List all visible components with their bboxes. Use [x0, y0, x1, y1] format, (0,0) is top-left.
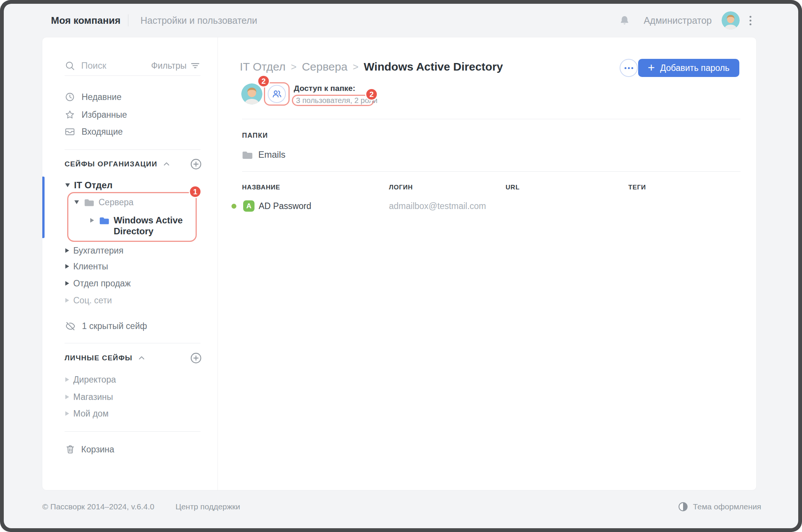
- hidden-vaults-item[interactable]: 1 скрытый сейф: [65, 318, 147, 334]
- add-personal-vault-button[interactable]: [190, 352, 202, 364]
- breadcrumb-folder[interactable]: Сервера: [302, 60, 347, 73]
- divider: [65, 149, 200, 150]
- bell-icon[interactable]: [619, 15, 630, 26]
- divider: [242, 119, 740, 119]
- sidebar-item-label: Избранные: [82, 110, 127, 120]
- folder-icon-active: [99, 215, 109, 226]
- vault-sales[interactable]: Отдел продаж: [65, 276, 131, 291]
- org-vaults-section-header[interactable]: СЕЙФЫ ОРГАНИЗАЦИИ: [65, 157, 171, 172]
- sidebar-item-favorites[interactable]: Избранные: [65, 107, 127, 122]
- vault-shops[interactable]: Магазины: [65, 389, 113, 404]
- header-left: Моя компания Настройки и пользователи: [51, 4, 257, 37]
- chevron-up-icon: [137, 354, 146, 363]
- vault-directors[interactable]: Директора: [65, 372, 116, 387]
- search-icon: [65, 60, 75, 71]
- theme-label: Тема оформления: [693, 502, 761, 511]
- add-password-button[interactable]: + Добавить пароль: [638, 59, 739, 77]
- password-login: admailbox@testmail.com: [389, 201, 486, 211]
- filters-label: Фильтры: [151, 61, 187, 71]
- window-frame: Моя компания Настройки и пользователи Ад…: [0, 0, 802, 532]
- inbox-icon: [65, 126, 75, 137]
- folder-icon: [83, 197, 94, 208]
- folder-windows-active-directory[interactable]: Windows Active Directory: [90, 215, 185, 237]
- support-link[interactable]: Центр поддержки: [176, 502, 240, 511]
- divider: [65, 75, 200, 76]
- caret-right-icon: [65, 281, 69, 286]
- folders-section-label: ПАПКИ: [242, 132, 268, 140]
- footer-left: © Пассворк 2014–2024, v.6.4.0 Центр подд…: [42, 501, 240, 512]
- search-input[interactable]: [81, 60, 153, 71]
- vault-label: Бухгалтерия: [73, 246, 123, 256]
- vault-clients[interactable]: Клиенты: [65, 259, 108, 274]
- caret-right-icon: [65, 377, 69, 382]
- user-avatar[interactable]: [722, 11, 740, 29]
- vault-my-home[interactable]: Мой дом: [65, 406, 108, 421]
- current-user-name[interactable]: Администратор: [644, 15, 712, 26]
- more-menu-icon[interactable]: [750, 16, 751, 25]
- vault-label: Директора: [73, 375, 116, 385]
- manage-access-button[interactable]: [268, 85, 286, 103]
- trash-item[interactable]: Корзина: [65, 442, 114, 457]
- section-title: СЕЙФЫ ОРГАНИЗАЦИИ: [65, 160, 157, 168]
- vault-accounting[interactable]: Бухгалтерия: [65, 243, 123, 258]
- access-label: Доступ к папке:: [294, 84, 355, 93]
- sidebar-item-label: Недавние: [82, 92, 122, 102]
- trash-icon: [65, 444, 76, 455]
- trash-label: Корзина: [81, 444, 114, 455]
- caret-right-icon: [65, 264, 69, 269]
- theme-switcher[interactable]: Тема оформления: [678, 501, 761, 512]
- settings-users-link[interactable]: Настройки и пользователи: [140, 15, 257, 26]
- folder-emails[interactable]: Emails: [241, 147, 285, 162]
- caret-right-icon: [65, 298, 69, 303]
- breadcrumb-vault[interactable]: IT Отдел: [240, 60, 285, 73]
- folder-servers[interactable]: Сервера: [74, 195, 134, 210]
- vault-label: Магазины: [73, 392, 113, 402]
- access-user-avatar[interactable]: [241, 83, 262, 105]
- annotation-box-roles: 3 пользователя, 2 роли: [292, 95, 374, 106]
- star-icon: [65, 109, 75, 120]
- chevron-up-icon: [162, 160, 171, 169]
- personal-vaults-section-header[interactable]: ЛИЧНЫЕ СЕЙФЫ: [65, 351, 146, 366]
- filter-icon: [190, 61, 200, 71]
- divider: [242, 171, 740, 172]
- plus-icon: +: [648, 62, 655, 74]
- status-dot: [231, 204, 236, 209]
- annotation-badge-1: 1: [189, 185, 202, 198]
- page-title: Windows Active Directory: [364, 60, 503, 73]
- column-header-tags: ТЕГИ: [628, 184, 646, 191]
- more-actions-button[interactable]: [620, 59, 638, 77]
- hidden-vaults-label: 1 скрытый сейф: [82, 321, 147, 331]
- vault-label: Отдел продаж: [73, 278, 131, 289]
- annotation-badge-roles: 2: [365, 88, 378, 101]
- breadcrumb-separator: >: [353, 61, 358, 73]
- app-page: Моя компания Настройки и пользователи Ад…: [4, 4, 798, 528]
- caret-right-icon: [65, 411, 69, 416]
- users-icon: [271, 89, 282, 99]
- password-name[interactable]: AD Password: [259, 201, 311, 211]
- sidebar-item-recent[interactable]: Недавние: [65, 89, 122, 105]
- filters-button[interactable]: Фильтры: [151, 58, 200, 73]
- copyright-text: © Пассворк 2014–2024, v.6.4.0: [42, 502, 154, 511]
- theme-icon: [678, 502, 688, 512]
- caret-down-icon: [65, 183, 70, 187]
- column-header-name: НАЗВАНИЕ: [242, 184, 280, 191]
- divider: [65, 431, 200, 432]
- access-value[interactable]: 3 пользователя, 2 роли: [296, 96, 378, 105]
- caret-down-icon: [74, 200, 79, 204]
- vault-label: Мой дом: [73, 409, 108, 419]
- header-right: Администратор: [619, 4, 751, 37]
- breadcrumb-separator: >: [291, 61, 296, 73]
- vault-it-department[interactable]: IT Отдел: [65, 178, 113, 193]
- folder-label: Windows Active Directory: [114, 215, 185, 237]
- folder-name: Emails: [258, 149, 285, 160]
- active-vault-indicator: [42, 177, 45, 238]
- header-divider: [128, 14, 128, 26]
- company-menu[interactable]: Моя компания: [51, 15, 120, 26]
- vault-social[interactable]: Соц. сети: [65, 293, 112, 308]
- clock-icon: [65, 92, 75, 102]
- add-org-vault-button[interactable]: [190, 158, 202, 171]
- add-password-label: Добавить пароль: [660, 63, 730, 73]
- sidebar-item-inbox[interactable]: Входящие: [65, 124, 123, 139]
- folder-label: Сервера: [99, 197, 134, 208]
- annotation-badge-users: 2: [257, 75, 270, 88]
